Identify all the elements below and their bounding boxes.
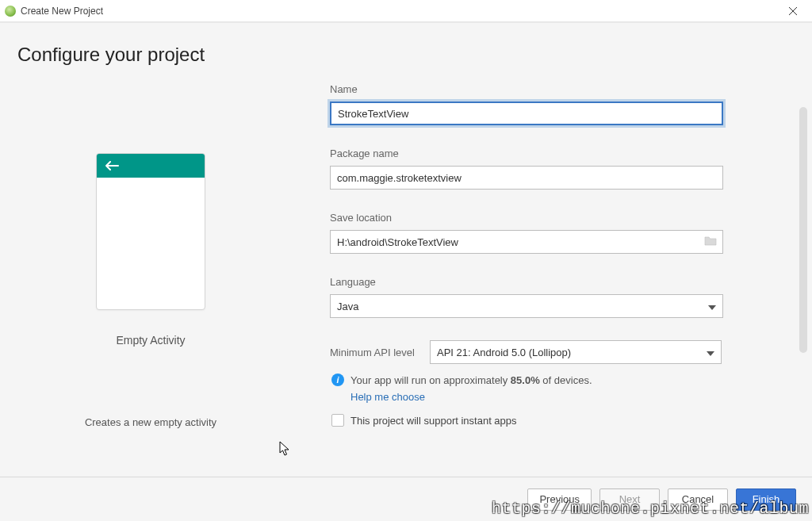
field-name: Name bbox=[330, 83, 788, 125]
template-description: Creates a new empty activity bbox=[85, 416, 216, 428]
package-input[interactable] bbox=[330, 166, 723, 190]
instant-apps-row: This project will support instant apps bbox=[331, 414, 788, 427]
page-title: Configure your project bbox=[17, 44, 807, 66]
template-name: Empty Activity bbox=[116, 334, 185, 347]
location-label: Save location bbox=[330, 212, 788, 224]
device-coverage-text: Your app will run on approximately 85.0%… bbox=[350, 374, 592, 386]
device-preview bbox=[96, 153, 205, 310]
location-input[interactable] bbox=[330, 230, 723, 254]
browse-folder-icon[interactable] bbox=[704, 235, 717, 249]
finish-button[interactable]: Finish bbox=[736, 488, 796, 511]
name-label: Name bbox=[330, 83, 788, 95]
template-preview-column: Empty Activity Creates a new empty activ… bbox=[16, 83, 285, 448]
next-button: Next bbox=[599, 488, 660, 511]
previous-button[interactable]: Previous bbox=[527, 488, 592, 511]
language-value: Java bbox=[337, 301, 358, 312]
back-arrow-icon bbox=[105, 161, 119, 170]
app-icon bbox=[5, 6, 16, 17]
window-title: Create New Project bbox=[21, 6, 103, 17]
form-column: Name Package name Save location bbox=[330, 83, 807, 448]
field-location: Save location bbox=[330, 212, 788, 254]
titlebar: Create New Project bbox=[0, 0, 812, 22]
api-select[interactable]: API 21: Android 5.0 (Lollipop) bbox=[430, 340, 722, 364]
chevron-down-icon bbox=[707, 347, 714, 358]
instant-apps-checkbox[interactable] bbox=[331, 414, 344, 427]
language-select[interactable]: Java bbox=[330, 294, 723, 318]
name-input[interactable] bbox=[330, 102, 723, 125]
device-coverage-info: i Your app will run on approximately 85.… bbox=[330, 374, 788, 386]
instant-apps-label: This project will support instant apps bbox=[350, 415, 517, 427]
content: Empty Activity Creates a new empty activ… bbox=[16, 83, 807, 448]
field-package: Package name bbox=[330, 147, 788, 190]
help-me-choose-link[interactable]: Help me choose bbox=[350, 391, 788, 403]
api-value: API 21: Android 5.0 (Lollipop) bbox=[437, 347, 571, 358]
info-icon: i bbox=[331, 374, 344, 386]
page: Configure your project Empty Activity Cr… bbox=[0, 23, 807, 521]
package-label: Package name bbox=[330, 147, 788, 159]
close-icon[interactable] bbox=[779, 0, 807, 21]
field-language: Language Java bbox=[330, 276, 788, 318]
api-label: Minimum API level bbox=[330, 347, 422, 358]
language-label: Language bbox=[330, 276, 788, 288]
device-appbar bbox=[97, 154, 205, 178]
button-bar: Previous Next Cancel Finish bbox=[0, 477, 812, 521]
window-body: Configure your project Empty Activity Cr… bbox=[0, 22, 812, 521]
field-min-api: Minimum API level API 21: Android 5.0 (L… bbox=[330, 340, 788, 364]
chevron-down-icon bbox=[708, 301, 716, 312]
cancel-button[interactable]: Cancel bbox=[668, 488, 728, 511]
scrollbar[interactable] bbox=[799, 107, 807, 353]
